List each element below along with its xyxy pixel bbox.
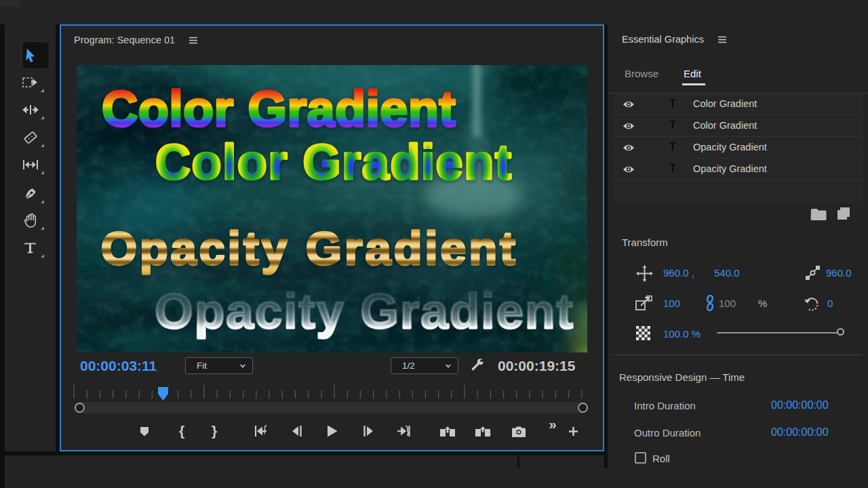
svg-text:d: d — [335, 81, 366, 137]
svg-text:l: l — [222, 135, 236, 189]
svg-text:r: r — [400, 283, 419, 338]
svg-text:G: G — [303, 135, 341, 189]
svg-text:t: t — [439, 81, 456, 137]
svg-text:i: i — [481, 283, 494, 338]
svg-text:t: t — [556, 283, 572, 338]
svg-text:G: G — [248, 81, 288, 137]
svg-text:n: n — [464, 135, 494, 189]
svg-text:o: o — [192, 135, 222, 189]
svg-text:e: e — [436, 135, 463, 189]
svg-text:G: G — [360, 283, 399, 338]
svg-text:a: a — [307, 81, 336, 137]
svg-text:p: p — [195, 283, 225, 338]
svg-text:i: i — [421, 135, 435, 189]
svg-text:a: a — [420, 283, 449, 338]
svg-text:e: e — [380, 81, 408, 137]
svg-text:e: e — [496, 283, 524, 338]
svg-text:o: o — [138, 81, 169, 137]
svg-text:d: d — [450, 283, 480, 338]
svg-text:c: c — [255, 283, 283, 338]
svg-text:Opacity Gradient: Opacity Gradient — [101, 222, 518, 274]
svg-text:l: l — [169, 81, 183, 137]
svg-text:t: t — [298, 283, 315, 338]
svg-text:C: C — [155, 135, 191, 189]
svg-text:y: y — [317, 283, 344, 338]
svg-text:n: n — [525, 283, 555, 338]
svg-text:t: t — [495, 135, 511, 189]
svg-text:n: n — [408, 81, 439, 137]
svg-text:r: r — [268, 135, 287, 189]
svg-text:a: a — [226, 283, 254, 338]
svg-text:C: C — [102, 81, 138, 137]
svg-text:o: o — [237, 135, 267, 189]
svg-text:o: o — [183, 81, 214, 137]
svg-text:i: i — [283, 283, 297, 338]
svg-text:O: O — [155, 283, 193, 338]
svg-text:r: r — [214, 81, 234, 137]
svg-text:a: a — [362, 135, 390, 189]
svg-text:d: d — [390, 135, 420, 189]
svg-text:i: i — [366, 81, 380, 137]
svg-text:r: r — [287, 81, 307, 137]
svg-text:r: r — [342, 135, 361, 189]
